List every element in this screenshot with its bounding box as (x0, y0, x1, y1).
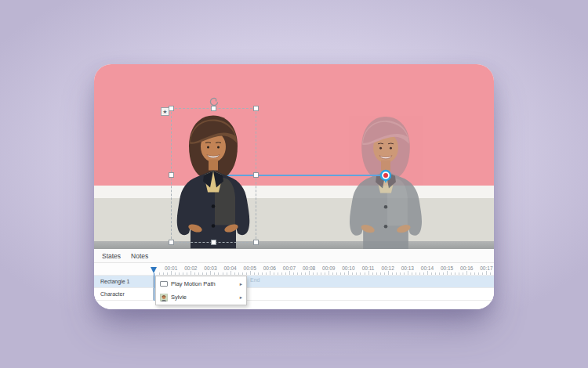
motion-path-end-pin[interactable] (379, 168, 392, 184)
ruler-tick (470, 272, 471, 275)
ruler-tick (356, 272, 357, 275)
track-name-rectangle-1[interactable]: Rectangle 1 (94, 276, 154, 287)
resize-handle-bottom[interactable] (211, 240, 216, 245)
ruler-tick (380, 272, 381, 275)
ruler-tick (194, 272, 195, 275)
ruler-tick (246, 272, 247, 275)
ruler-tick (167, 272, 168, 275)
ruler-tick (227, 272, 227, 275)
ruler-tick (416, 272, 416, 275)
ruler-tick (360, 272, 361, 275)
ruler-label: 00:03 (204, 265, 216, 271)
ruler-tick (482, 272, 483, 275)
ruler-tick (459, 272, 459, 275)
ruler-tick (419, 272, 420, 275)
ruler-tick (321, 272, 321, 275)
menu-item-label: Sylvie (171, 294, 240, 301)
ruler-tick (368, 271, 369, 275)
ruler-tick (242, 272, 243, 275)
ruler-tick (451, 272, 452, 275)
ruler-tick (317, 272, 318, 275)
ruler-label: 00:02 (184, 265, 197, 271)
menu-item-label: Play Motion Path (171, 280, 240, 287)
motion-path-end-label: End (250, 277, 260, 283)
ruler-tick (372, 272, 373, 275)
ruler-tick (352, 272, 353, 275)
ruler-tick (218, 272, 219, 275)
ruler-tick (404, 272, 405, 275)
ruler-tick (305, 272, 306, 275)
star-icon: ★ (161, 107, 169, 116)
ruler-tick (301, 272, 302, 275)
slide-stage: ★ (94, 64, 494, 249)
ruler-tick (163, 272, 164, 275)
ruler-tick (281, 272, 282, 275)
animation-context-menu: Play Motion Path ▸ Sylvie ▸ (155, 276, 247, 305)
ruler-tick (443, 272, 444, 275)
ruler-tick (250, 271, 251, 275)
ruler-tick (466, 271, 467, 275)
ruler-tick (325, 272, 325, 275)
ruler-label: 00:01 (165, 265, 177, 271)
ruler-tick (223, 272, 223, 275)
ruler-tick (289, 271, 290, 275)
character-avatar-icon (160, 294, 171, 301)
stage-floor-edge (94, 241, 494, 249)
ruler-tick (179, 272, 180, 275)
selection-box[interactable] (171, 108, 256, 243)
tab-notes[interactable]: Notes (131, 252, 148, 260)
ruler-tick (210, 271, 211, 275)
rectangle-icon (160, 281, 171, 287)
ruler-tick (412, 272, 412, 275)
ruler-tick (285, 272, 286, 275)
menu-item-sylvie[interactable]: Sylvie ▸ (156, 290, 246, 304)
ruler-tick (478, 272, 479, 275)
authoring-app-window: ★ States Notes 00:0100:0200:0300:0400:05… (94, 64, 494, 309)
ruler-tick (431, 272, 432, 275)
ruler-tick (309, 271, 310, 275)
desktop-background: ★ States Notes 00:0100:0200:0300:0400:05… (0, 0, 588, 368)
ruler-tick (206, 272, 207, 275)
ruler-tick (293, 272, 294, 275)
ruler-tick (202, 272, 203, 275)
ruler-tick (254, 272, 255, 275)
rotate-handle-icon[interactable] (209, 97, 219, 107)
ruler-tick (396, 272, 397, 275)
ruler-tick (328, 271, 329, 275)
panel-tab-bar: States Notes (94, 249, 494, 263)
tab-states[interactable]: States (102, 252, 121, 260)
ruler-tick (439, 272, 440, 275)
resize-handle-right[interactable] (253, 172, 259, 178)
menu-item-play-motion-path[interactable]: Play Motion Path ▸ (156, 277, 246, 290)
ruler-tick (274, 272, 274, 275)
stage-floor (94, 198, 494, 241)
ruler-tick (278, 272, 278, 275)
ruler-tick (191, 271, 191, 275)
ruler-tick (266, 272, 267, 275)
ruler-tick (234, 272, 235, 275)
resize-handle-top-left[interactable] (169, 106, 174, 111)
ruler-tick (183, 272, 183, 275)
track-name-character[interactable]: Character (94, 288, 154, 300)
ruler-label: 00:10 (342, 265, 354, 271)
ruler-tick (486, 271, 487, 275)
ruler-tick (175, 272, 176, 275)
ruler-tick (435, 272, 436, 275)
resize-handle-left[interactable] (169, 172, 174, 178)
ruler-tick (365, 272, 365, 275)
ruler-tick (392, 272, 393, 275)
resize-handle-bottom-left[interactable] (169, 240, 174, 245)
ruler-label: 00:17 (480, 265, 492, 271)
ruler-tick (474, 272, 475, 275)
playhead-line (154, 273, 154, 301)
ruler-tick (332, 272, 333, 275)
resize-handle-top-right[interactable] (253, 106, 259, 111)
playhead[interactable] (151, 267, 157, 273)
resize-handle-bottom-right[interactable] (253, 240, 259, 245)
ruler-tick (270, 271, 270, 275)
ruler-label: 00:12 (382, 265, 394, 271)
ruler-tick (187, 272, 187, 275)
ruler-tick (400, 272, 401, 275)
ruler-label: 00:15 (441, 265, 453, 271)
ruler-label: 00:07 (283, 265, 296, 271)
